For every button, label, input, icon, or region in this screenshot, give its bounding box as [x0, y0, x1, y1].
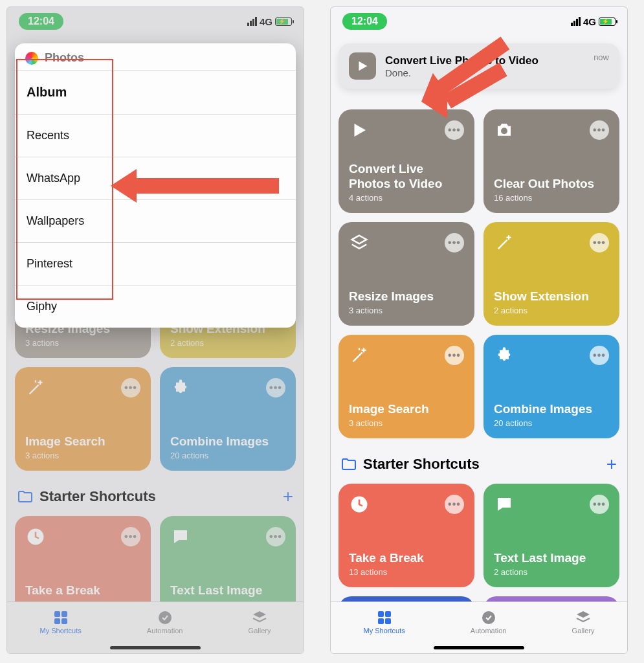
tile-title: Text Last Image: [494, 551, 609, 566]
puzzle-icon: [170, 377, 191, 398]
home-indicator[interactable]: [110, 646, 201, 649]
add-button[interactable]: +: [283, 486, 293, 507]
tile-subtitle: 3 actions: [349, 418, 464, 428]
more-icon[interactable]: •••: [266, 527, 285, 546]
tile-voice[interactable]: •••: [339, 596, 474, 601]
tile-text-last-image[interactable]: ••• Text Last Image 2 actions: [483, 484, 619, 587]
tile-image-search[interactable]: ••• Image Search 3 actions: [339, 335, 474, 438]
status-bar: 12:04 4G ⚡: [7, 7, 304, 36]
tile-take-a-break[interactable]: ••• Take a Break 13 actions: [15, 516, 151, 601]
signal-icon: [571, 17, 581, 26]
tab-automation[interactable]: Automation: [471, 610, 507, 635]
folder-icon: [341, 458, 357, 471]
tile-subtitle: 2 actions: [494, 567, 609, 577]
chat-icon: [170, 526, 191, 547]
album-option-recents[interactable]: Recents: [15, 114, 296, 157]
more-icon[interactable]: •••: [121, 527, 140, 546]
picker-app-label: Photos: [45, 51, 84, 65]
tile-title: Show Extension: [494, 289, 609, 304]
tab-bar: My Shortcuts Automation Gallery: [7, 601, 304, 653]
more-icon[interactable]: •••: [266, 378, 285, 398]
svg-point-9: [159, 611, 172, 624]
camera-icon: [494, 120, 515, 140]
album-option-wallpapers[interactable]: Wallpapers: [15, 199, 296, 242]
tab-gallery[interactable]: Gallery: [249, 610, 271, 635]
tab-label: Automation: [471, 627, 507, 635]
album-option-giphy[interactable]: Giphy: [15, 285, 296, 328]
clock-check-icon: [481, 610, 496, 625]
play-icon: [349, 52, 376, 80]
phone-left: 12:04 4G ⚡ Resize Images 3 actions Show …: [6, 6, 304, 654]
more-icon[interactable]: •••: [590, 233, 609, 253]
more-icon[interactable]: •••: [590, 495, 609, 514]
tile-title: Take a Break: [25, 583, 140, 598]
tile-clear-out-photos[interactable]: ••• Clear Out Photos 16 actions: [483, 109, 619, 213]
network-label: 4G: [260, 16, 272, 27]
add-button[interactable]: +: [606, 454, 617, 475]
album-option-pinterest[interactable]: Pinterest: [15, 242, 296, 285]
content-area: ••• Convert Live Photos to Video 4 actio…: [331, 36, 627, 601]
play-icon: [349, 120, 370, 140]
clock-icon: [25, 526, 46, 547]
tile-image-search[interactable]: ••• Image Search 3 actions: [15, 367, 151, 471]
battery-icon: ⚡: [599, 17, 616, 26]
section-title: Starter Shortcuts: [39, 488, 156, 505]
tab-label: Gallery: [249, 627, 271, 635]
tile-combine-images[interactable]: ••• Combine Images 20 actions: [483, 335, 619, 438]
tile-subtitle: 16 actions: [494, 193, 609, 203]
more-icon[interactable]: •••: [121, 378, 140, 398]
more-icon[interactable]: •••: [445, 233, 464, 253]
tile-convert-live-photos[interactable]: ••• Convert Live Photos to Video 4 actio…: [339, 109, 474, 213]
more-icon[interactable]: •••: [590, 346, 609, 365]
notification-banner[interactable]: Convert Live Photos to Video Done. now: [339, 43, 619, 89]
tile-title: Take a Break: [349, 551, 464, 566]
section-header-starter: Starter Shortcuts +: [17, 486, 293, 507]
more-icon[interactable]: •••: [445, 120, 464, 140]
chat-icon: [494, 494, 515, 515]
tile-text-last-image[interactable]: ••• Text Last Image 2 actions: [160, 516, 296, 601]
status-time: 12:04: [19, 13, 63, 30]
status-bar: 12:04 4G ⚡: [331, 7, 627, 36]
svg-line-11: [498, 240, 507, 249]
section-title: Starter Shortcuts: [363, 456, 480, 473]
sparkle-icon: [494, 232, 515, 253]
album-option-whatsapp[interactable]: WhatsApp: [15, 157, 296, 199]
grid-icon: [377, 610, 392, 625]
home-indicator[interactable]: [434, 646, 524, 649]
tile-take-a-break[interactable]: ••• Take a Break 13 actions: [339, 484, 474, 587]
tab-automation[interactable]: Automation: [147, 610, 183, 635]
tab-label: My Shortcuts: [364, 627, 405, 635]
signal-icon: [247, 17, 257, 26]
svg-line-14: [353, 352, 362, 361]
tile-subtitle: 3 actions: [25, 338, 140, 348]
tile-music[interactable]: •••: [483, 596, 619, 601]
svg-rect-20: [378, 611, 384, 617]
tile-title: Clear Out Photos: [494, 177, 609, 192]
network-label: 4G: [583, 16, 596, 27]
stack-icon: [575, 610, 591, 625]
tile-subtitle: 20 actions: [494, 418, 609, 428]
tile-resize-images[interactable]: ••• Resize Images 3 actions: [339, 222, 474, 326]
stack-icon: [252, 610, 267, 625]
notification-title: Convert Live Photos to Video: [385, 54, 584, 67]
svg-point-24: [482, 611, 495, 624]
battery-icon: ⚡: [275, 17, 292, 26]
tile-subtitle: 2 actions: [170, 600, 285, 601]
svg-point-10: [501, 128, 507, 134]
phone-right: 12:04 4G ⚡ ••• Convert Live Photos to Vi…: [330, 6, 628, 654]
tile-title: Resize Images: [349, 289, 464, 304]
svg-rect-23: [385, 618, 391, 624]
tile-show-extension[interactable]: ••• Show Extension 2 actions: [483, 222, 619, 326]
tab-my-shortcuts[interactable]: My Shortcuts: [40, 610, 82, 635]
tile-combine-images[interactable]: ••• Combine Images 20 actions: [160, 367, 296, 471]
tile-title: Combine Images: [494, 402, 609, 417]
status-time: 12:04: [342, 13, 387, 30]
more-icon[interactable]: •••: [590, 120, 609, 140]
more-icon[interactable]: •••: [445, 495, 464, 514]
section-header-starter: Starter Shortcuts +: [341, 454, 617, 475]
tile-title: Convert Live Photos to Video: [349, 162, 464, 192]
more-icon[interactable]: •••: [445, 346, 464, 365]
tab-my-shortcuts[interactable]: My Shortcuts: [364, 610, 405, 635]
tab-gallery[interactable]: Gallery: [572, 610, 595, 635]
album-picker: Photos Album Recents WhatsApp Wallpapers…: [15, 43, 296, 328]
